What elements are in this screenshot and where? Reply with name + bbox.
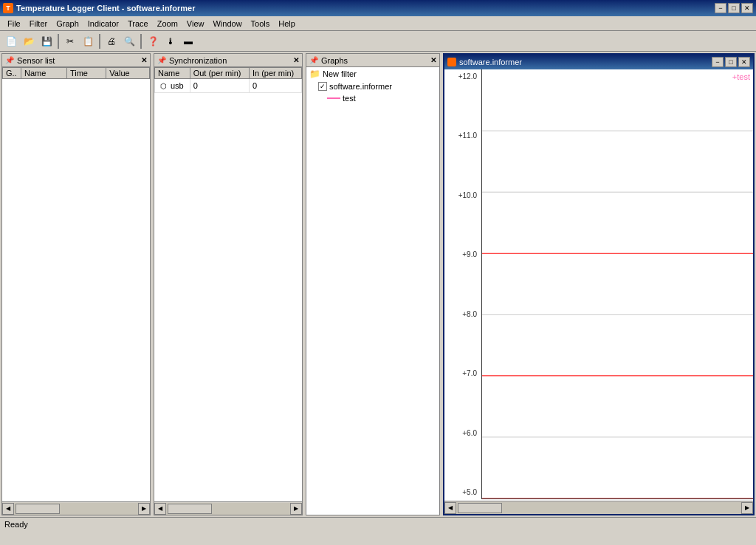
toolbar-help[interactable]: ❓ [145, 33, 161, 49]
status-bar: Ready [0, 517, 756, 530]
graphs-test[interactable]: test [306, 92, 439, 104]
menu-help[interactable]: Help [274, 18, 300, 30]
usb-icon: ⬡ [158, 80, 168, 91]
sync-row-out: 0 [190, 79, 249, 93]
y-label-12: +12.0 [446, 72, 480, 80]
menu-file[interactable]: File [3, 18, 25, 30]
menu-graph[interactable]: Graph [52, 18, 83, 30]
sensor-scroll-right[interactable]: ▶ [138, 503, 150, 515]
sensor-col-time: Time [66, 68, 106, 79]
sync-table: Name Out (per min) In (per min) ⬡ usb [154, 67, 302, 93]
toolbar-sep1 [58, 34, 59, 49]
toolbar-preview[interactable]: 🔍 [121, 33, 137, 49]
menu-window[interactable]: Window [208, 18, 246, 30]
maximize-button[interactable]: □ [728, 3, 740, 13]
sensor-col-name: Name [21, 68, 67, 79]
chart-svg [482, 69, 753, 498]
sensor-panel: 📌 Sensor list ✕ G.. Name Time Value ◀ [1, 53, 151, 515]
chart-minimize[interactable]: − [712, 57, 724, 67]
sensor-panel-title: Sensor list [17, 56, 55, 65]
graphs-panel: 📌 Graphs ✕ 📁 New filter ✓ software.infor… [306, 53, 440, 515]
graphs-pin[interactable]: 📌 [309, 56, 318, 64]
graphs-new-filter[interactable]: 📁 New filter [306, 67, 439, 80]
toolbar-sep3 [140, 34, 142, 49]
close-button[interactable]: ✕ [741, 3, 753, 13]
sync-scroll-right[interactable]: ▶ [290, 503, 302, 515]
chart-scrollbar: ◀ ▶ [444, 501, 753, 514]
graphs-software-informer[interactable]: ✓ software.informer [306, 80, 439, 92]
sync-panel-header: 📌 Synchronization ✕ [154, 54, 302, 67]
app-icon: T [3, 3, 13, 13]
y-label-9: +9.0 [446, 250, 480, 258]
chart-window: software.informer − □ ✕ +12.0 +11.0 +10.… [443, 53, 755, 515]
chart-title-left: software.informer [447, 58, 522, 66]
y-label-10: +10.0 [446, 191, 480, 199]
chart-close[interactable]: ✕ [738, 57, 750, 67]
toolbar-sensor[interactable]: 🌡 [162, 33, 179, 49]
sync-panel-body: Name Out (per min) In (per min) ⬡ usb [154, 67, 302, 501]
menu-view[interactable]: View [182, 18, 209, 30]
chart-scroll-right[interactable]: ▶ [741, 502, 753, 514]
y-label-7: +7.0 [446, 369, 480, 377]
sensor-pin[interactable]: 📌 [5, 56, 14, 64]
graphs-close[interactable]: ✕ [430, 56, 436, 64]
main-area: 📌 Sensor list ✕ G.. Name Time Value ◀ [0, 52, 756, 517]
sensor-scroll-track[interactable] [14, 503, 138, 515]
chart-title-bar: software.informer − □ ✕ [444, 55, 753, 69]
chart-test-label[interactable]: +test [732, 72, 750, 81]
sensor-scroll-thumb[interactable] [16, 504, 60, 514]
sensor-scroll-left[interactable]: ◀ [2, 503, 14, 515]
menu-zoom[interactable]: Zoom [153, 18, 182, 30]
sync-scrollbar: ◀ ▶ [154, 501, 302, 515]
sync-col-name: Name [155, 68, 190, 79]
graphs-panel-header: 📌 Graphs ✕ [306, 54, 439, 67]
chart-scroll-thumb[interactable] [458, 503, 502, 513]
toolbar-new[interactable]: 📄 [3, 33, 19, 49]
sync-scroll-track[interactable] [166, 503, 290, 515]
toolbar-copy[interactable]: 📋 [80, 33, 96, 49]
toolbar-save[interactable]: 💾 [38, 33, 55, 49]
menu-filter[interactable]: Filter [25, 18, 52, 30]
sync-panel-title: Synchronization [169, 56, 227, 65]
sync-row: ⬡ usb 0 0 [155, 79, 302, 93]
graphs-item-label-2: test [343, 94, 356, 103]
sync-row-in: 0 [249, 79, 301, 93]
minimize-button[interactable]: − [715, 3, 726, 13]
app-title: Temperature Logger Client - software.inf… [16, 4, 195, 13]
checkbox-icon[interactable]: ✓ [318, 82, 327, 91]
title-bar: T Temperature Logger Client - software.i… [0, 0, 756, 16]
sensor-close[interactable]: ✕ [141, 56, 147, 64]
y-axis: +12.0 +11.0 +10.0 +9.0 +8.0 +7.0 +6.0 +5… [444, 69, 481, 499]
chart-title-buttons: − □ ✕ [712, 57, 750, 67]
status-text: Ready [4, 520, 28, 529]
sensor-table: G.. Name Time Value [2, 67, 150, 79]
toolbar-print[interactable]: 🖨 [103, 33, 120, 49]
sync-close[interactable]: ✕ [293, 56, 299, 64]
sync-scroll-thumb[interactable] [168, 504, 212, 514]
toolbar-sep2 [99, 34, 100, 49]
sensor-scrollbar: ◀ ▶ [2, 501, 150, 515]
sensor-panel-header: 📌 Sensor list ✕ [2, 54, 150, 67]
sensor-col-g: G.. [3, 68, 21, 79]
toolbar-cut[interactable]: ✂ [62, 33, 78, 49]
menu-indicator[interactable]: Indicator [83, 18, 123, 30]
title-bar-buttons: − □ ✕ [715, 3, 753, 13]
graphs-item-label-0: New filter [323, 69, 357, 78]
toolbar-open[interactable]: 📂 [21, 33, 37, 49]
toolbar-bar[interactable]: ▬ [180, 33, 196, 49]
menu-trace[interactable]: Trace [123, 18, 153, 30]
graphs-item-label-1: software.informer [329, 82, 392, 91]
menu-tools[interactable]: Tools [247, 18, 275, 30]
chart-maximize[interactable]: □ [725, 57, 737, 67]
line-preview-icon [327, 97, 340, 99]
sensor-panel-body: G.. Name Time Value [2, 67, 150, 501]
sync-scroll-left[interactable]: ◀ [154, 503, 166, 515]
chart-title: software.informer [459, 58, 522, 66]
graphs-panel-title: Graphs [321, 56, 348, 65]
sync-col-out: Out (per min) [190, 68, 249, 79]
y-label-6: +6.0 [446, 429, 480, 437]
sync-col-in: In (per min) [249, 68, 301, 79]
chart-scroll-track[interactable] [456, 502, 741, 514]
chart-scroll-left[interactable]: ◀ [444, 502, 456, 514]
sync-pin[interactable]: 📌 [157, 56, 166, 64]
